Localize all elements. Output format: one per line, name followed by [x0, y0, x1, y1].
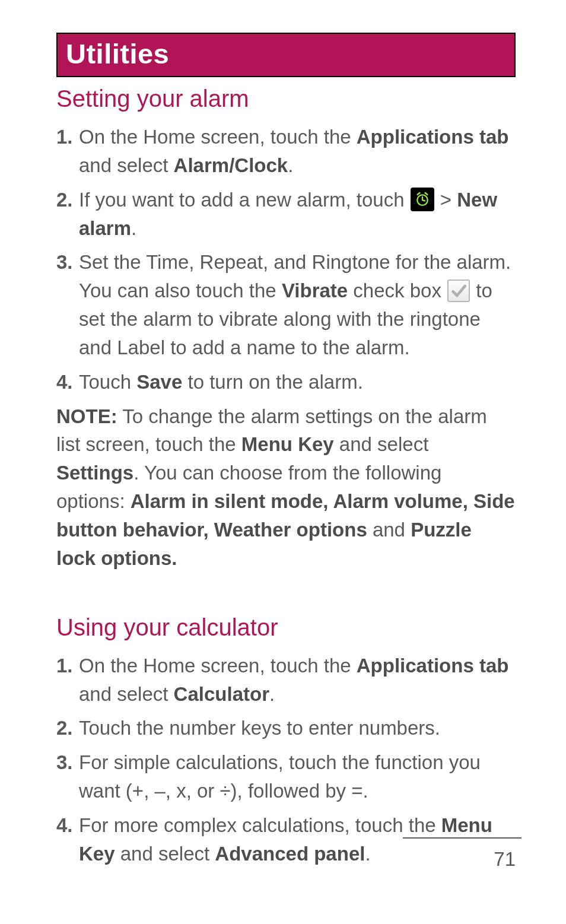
bold-text: Save: [136, 371, 182, 393]
step-number: 2.: [56, 714, 79, 742]
text-run: .: [269, 683, 275, 705]
text-run: and select: [79, 154, 174, 176]
step-number: 2.: [56, 186, 79, 243]
step-text: For more complex calculations, touch the…: [79, 811, 516, 868]
checkbox-icon: [447, 280, 470, 302]
bold-text: Applications tab: [357, 655, 509, 677]
section-heading-calculator: Using your calculator: [56, 614, 516, 641]
alarm-steps: 1. On the Home screen, touch the Applica…: [56, 123, 516, 396]
list-item: 1. On the Home screen, touch the Applica…: [56, 123, 516, 180]
text-run: On the Home screen, touch the: [79, 655, 357, 677]
text-run: .: [365, 843, 370, 865]
note-label: NOTE:: [56, 405, 117, 427]
text-run: and select: [334, 433, 429, 455]
list-item: 2. Touch the number keys to enter number…: [56, 714, 516, 742]
bold-text: Menu Key: [241, 433, 334, 455]
step-number: 3.: [56, 748, 79, 805]
svg-line-2: [422, 200, 425, 201]
text-run: For more complex calculations, touch the: [79, 814, 441, 836]
list-item: 1. On the Home screen, touch the Applica…: [56, 652, 516, 709]
list-item: 4. Touch Save to turn on the alarm.: [56, 368, 516, 396]
step-text: Touch Save to turn on the alarm.: [79, 368, 516, 396]
bold-text: Alarm/Clock: [174, 154, 288, 176]
alarm-clock-icon: [411, 188, 434, 211]
bold-text: Settings: [56, 462, 133, 484]
text-run: check box: [348, 280, 447, 301]
bold-text: Calculator: [174, 683, 269, 705]
text-run: >: [435, 189, 457, 211]
step-text: On the Home screen, touch the Applicatio…: [79, 123, 516, 180]
step-text: For simple calculations, touch the funct…: [79, 748, 516, 805]
text-run: Touch: [79, 371, 136, 393]
text-run: and: [367, 519, 411, 541]
svg-line-3: [417, 193, 419, 195]
step-text: Touch the number keys to enter numbers.: [79, 714, 516, 742]
calculator-steps: 1. On the Home screen, touch the Applica…: [56, 652, 516, 868]
list-item: 2. If you want to add a new alarm, touch…: [56, 186, 516, 243]
step-text: If you want to add a new alarm, touch > …: [79, 186, 516, 243]
step-number: 3.: [56, 248, 79, 361]
banner-title: Utilities: [66, 38, 169, 69]
text-run: If you want to add a new alarm, touch: [79, 189, 410, 211]
svg-line-4: [425, 193, 427, 195]
banner: Utilities: [56, 33, 516, 77]
section-heading-alarm: Setting your alarm: [56, 85, 516, 112]
list-item: 3. Set the Time, Repeat, and Ringtone fo…: [56, 248, 516, 361]
page-number: 71: [494, 848, 516, 871]
step-number: 4.: [56, 368, 79, 396]
step-number: 1.: [56, 123, 79, 180]
text-run: .: [131, 217, 136, 239]
bold-text: Advanced panel: [215, 843, 365, 865]
text-run: On the Home screen, touch the: [79, 126, 357, 148]
text-run: to turn on the alarm.: [182, 371, 363, 393]
step-number: 4.: [56, 811, 79, 868]
text-run: and select: [115, 843, 215, 865]
manual-page: Utilities Setting your alarm 1. On the H…: [0, 0, 566, 868]
note-paragraph: NOTE: To change the alarm settings on th…: [56, 402, 516, 573]
text-run: .: [288, 154, 293, 176]
step-text: On the Home screen, touch the Applicatio…: [79, 652, 516, 709]
list-item: 3. For simple calculations, touch the fu…: [56, 748, 516, 805]
step-text: Set the Time, Repeat, and Ringtone for t…: [79, 248, 516, 361]
bold-text: Vibrate: [282, 280, 348, 301]
text-run: and select: [79, 683, 174, 705]
bold-text: Applications tab: [357, 126, 509, 148]
list-item: 4. For more complex calculations, touch …: [56, 811, 516, 868]
step-number: 1.: [56, 652, 79, 709]
